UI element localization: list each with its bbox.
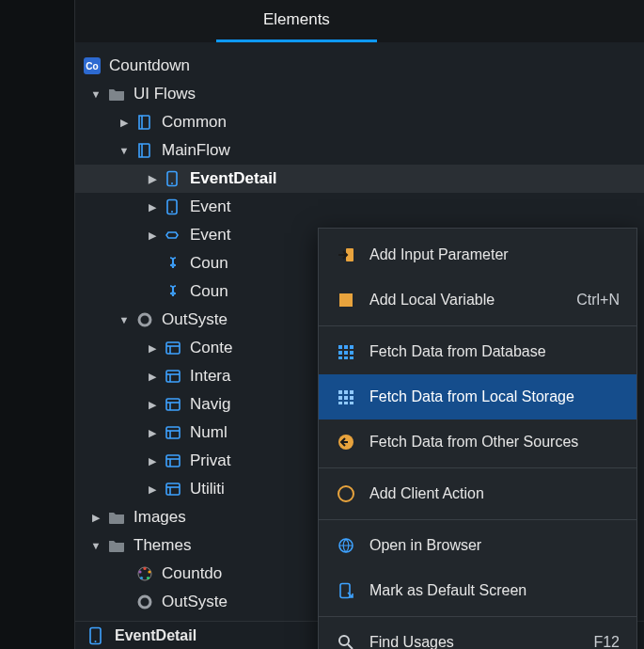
tree-eventdetail[interactable]: ▶ EventDetail bbox=[75, 165, 644, 193]
menu-separator bbox=[319, 467, 636, 468]
svg-rect-10 bbox=[166, 371, 180, 382]
chevron-down-icon[interactable]: ▼ bbox=[117, 312, 132, 327]
svg-rect-19 bbox=[166, 455, 180, 467]
tree-private-label: Privat bbox=[190, 451, 230, 470]
menu-add-client-action[interactable]: Add Client Action bbox=[319, 471, 636, 516]
chevron-right-icon[interactable]: ▶ bbox=[145, 369, 160, 384]
tree-event-2[interactable]: ▶ Event bbox=[75, 193, 644, 221]
uiflow-icon bbox=[135, 141, 154, 160]
svg-rect-51 bbox=[350, 402, 353, 404]
chevron-right-icon[interactable]: ▶ bbox=[145, 228, 160, 243]
chevron-down-icon[interactable]: ▼ bbox=[88, 538, 103, 553]
menu-fetch-local-storage[interactable]: Fetch Data from Local Storage bbox=[319, 374, 636, 419]
grid-icon bbox=[336, 341, 356, 362]
chevron-down-icon[interactable]: ▼ bbox=[88, 87, 103, 102]
chevron-right-icon[interactable]: ▶ bbox=[145, 425, 160, 440]
tab-elements-label: Elements bbox=[263, 10, 330, 29]
chevron-right-icon[interactable]: ▶ bbox=[145, 340, 160, 356]
input-arrow-icon bbox=[336, 245, 356, 265]
menu-add-input-parameter[interactable]: Add Input Parameter bbox=[319, 232, 636, 277]
screen-icon bbox=[164, 169, 182, 188]
chevron-right-icon[interactable]: ▶ bbox=[117, 115, 132, 130]
svg-point-27 bbox=[148, 570, 150, 573]
menu-mark-default-label: Mark as Default Screen bbox=[369, 582, 620, 599]
variable-icon bbox=[336, 290, 356, 310]
tree-view: Co Countdown ▼ UI Flows ▶ Common bbox=[75, 42, 644, 621]
elements-panel: Elements Co Countdown ▼ UI Flows bbox=[75, 0, 644, 649]
svg-rect-48 bbox=[350, 396, 353, 400]
tabbar: Elements bbox=[75, 0, 644, 42]
chevron-right-icon[interactable]: ▶ bbox=[145, 199, 160, 214]
context-menu: Add Input Parameter Add Local Variable C… bbox=[318, 228, 637, 649]
folder-icon bbox=[107, 85, 126, 103]
svg-line-57 bbox=[348, 644, 353, 649]
svg-rect-42 bbox=[350, 356, 353, 359]
menu-add-local-variable-label: Add Local Variable bbox=[369, 292, 576, 309]
svg-point-56 bbox=[339, 636, 349, 645]
menu-fetch-local-storage-label: Fetch Data from Local Storage bbox=[369, 388, 620, 405]
chevron-right-icon[interactable]: ▶ bbox=[145, 482, 160, 497]
chevron-right-icon[interactable]: ▶ bbox=[88, 510, 103, 525]
tree-theme-outsystems-label: OutSyste bbox=[162, 593, 228, 611]
menu-find-usages[interactable]: Find Usages F12 bbox=[319, 620, 636, 649]
widget-icon bbox=[164, 254, 182, 273]
menu-add-local-variable[interactable]: Add Local Variable Ctrl+N bbox=[319, 277, 636, 323]
detail-pane-title: EventDetail bbox=[115, 627, 196, 644]
menu-fetch-database[interactable]: Fetch Data from Database bbox=[319, 329, 636, 374]
tree-uiflows[interactable]: ▼ UI Flows bbox=[75, 80, 644, 108]
menu-add-input-parameter-label: Add Input Parameter bbox=[369, 246, 620, 263]
menu-mark-default[interactable]: Mark as Default Screen bbox=[319, 568, 636, 613]
tree-mainflow[interactable]: ▼ MainFlow bbox=[75, 136, 644, 165]
tree-common-label: Common bbox=[162, 113, 227, 132]
svg-rect-36 bbox=[350, 345, 353, 349]
tree-count-1-label: Coun bbox=[190, 254, 228, 273]
menu-fetch-database-label: Fetch Data from Database bbox=[369, 343, 620, 360]
tree-utilities-label: Utiliti bbox=[190, 480, 225, 499]
fetch-arrow-icon bbox=[336, 432, 356, 452]
screen-icon bbox=[86, 626, 105, 645]
tree-count-2-label: Coun bbox=[190, 282, 228, 301]
svg-rect-37 bbox=[338, 351, 342, 355]
svg-rect-45 bbox=[350, 390, 353, 394]
svg-rect-41 bbox=[344, 356, 348, 359]
chevron-down-icon[interactable]: ▼ bbox=[117, 143, 132, 158]
ring-icon bbox=[135, 593, 154, 611]
tree-interactions-label: Intera bbox=[190, 367, 230, 386]
tree-numbers-label: Numl bbox=[190, 423, 228, 442]
svg-rect-39 bbox=[350, 351, 353, 355]
menu-fetch-other-sources-label: Fetch Data from Other Sources bbox=[369, 434, 620, 451]
menu-find-usages-label: Find Usages bbox=[369, 634, 593, 649]
svg-point-5 bbox=[171, 211, 173, 213]
menu-fetch-other-sources[interactable]: Fetch Data from Other Sources bbox=[319, 419, 636, 465]
svg-rect-13 bbox=[166, 399, 180, 410]
svg-rect-34 bbox=[338, 345, 342, 349]
chevron-right-icon[interactable]: ▶ bbox=[145, 397, 160, 412]
menu-add-local-variable-shortcut: Ctrl+N bbox=[576, 292, 620, 309]
svg-point-31 bbox=[139, 596, 150, 608]
svg-rect-16 bbox=[166, 427, 180, 438]
action-icon bbox=[336, 483, 356, 504]
svg-rect-43 bbox=[338, 390, 342, 394]
tree-common[interactable]: ▶ Common bbox=[75, 108, 644, 136]
menu-open-browser[interactable]: Open in Browser bbox=[319, 523, 636, 568]
svg-text:Co: Co bbox=[86, 61, 98, 71]
layout-icon bbox=[164, 451, 182, 470]
svg-point-29 bbox=[140, 577, 143, 579]
svg-rect-50 bbox=[344, 402, 348, 404]
screen-icon bbox=[164, 198, 182, 216]
tree-uiflows-label: UI Flows bbox=[134, 85, 196, 103]
tree-event-2-label: Event bbox=[190, 198, 230, 216]
svg-rect-38 bbox=[344, 351, 348, 355]
tree-root-countdown[interactable]: Co Countdown bbox=[75, 52, 644, 80]
tree-theme-countdown-label: Countdo bbox=[162, 564, 222, 583]
grid-icon bbox=[336, 387, 356, 407]
tree-navigation-label: Navig bbox=[190, 395, 230, 414]
svg-rect-40 bbox=[338, 356, 342, 359]
svg-rect-46 bbox=[338, 396, 342, 400]
svg-rect-47 bbox=[344, 396, 348, 400]
svg-rect-22 bbox=[166, 483, 180, 495]
chevron-right-icon[interactable]: ▶ bbox=[145, 453, 160, 468]
chevron-right-icon[interactable]: ▶ bbox=[145, 171, 160, 186]
tab-elements[interactable]: Elements bbox=[216, 0, 377, 42]
tree-images-label: Images bbox=[134, 508, 186, 527]
